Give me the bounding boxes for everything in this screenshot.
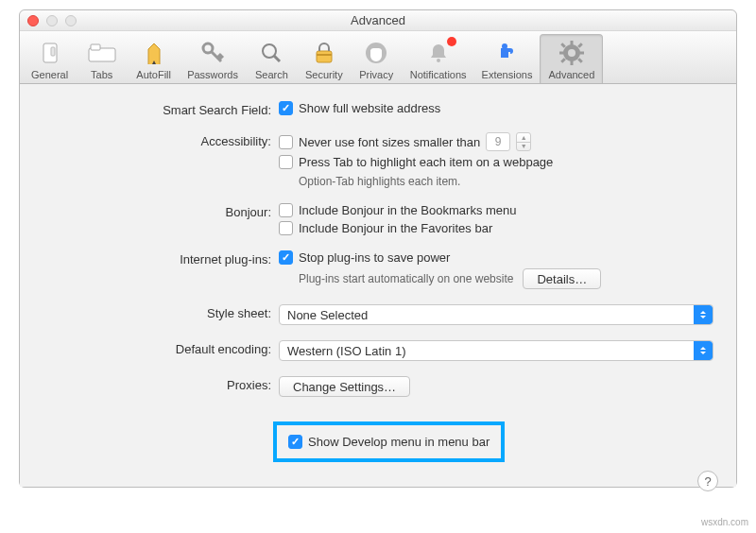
passwords-icon	[197, 39, 229, 67]
label-smart-search: Smart Search Field:	[43, 101, 279, 117]
tab-tabs[interactable]: Tabs	[76, 34, 128, 83]
encoding-value: Western (ISO Latin 1)	[287, 344, 405, 358]
tab-security[interactable]: Security	[298, 34, 351, 83]
option-bonjour-favorites: Include Bonjour in the Favorites bar	[299, 221, 492, 235]
svg-rect-18	[560, 43, 566, 48]
tab-advanced[interactable]: Advanced	[540, 34, 603, 83]
tab-label: Advanced	[548, 69, 594, 80]
font-size-field[interactable]: 9	[486, 132, 510, 151]
font-size-stepper[interactable]: ▲▼	[516, 132, 531, 151]
tab-notifications[interactable]: Notifications	[403, 34, 474, 83]
tab-label: Tabs	[91, 69, 112, 80]
label-proxies: Proxies:	[43, 376, 279, 392]
notification-badge	[447, 37, 456, 46]
label-bonjour: Bonjour:	[43, 203, 279, 219]
help-button[interactable]: ?	[697, 471, 718, 491]
change-settings-button[interactable]: Change Settings…	[279, 376, 410, 397]
window-title: Advanced	[20, 13, 736, 27]
tab-label: Notifications	[410, 69, 467, 80]
preferences-window: Advanced General Tabs AutoFill Passwords	[19, 9, 737, 488]
dropdown-arrows-icon	[694, 305, 713, 324]
option-develop-menu: Show Develop menu in menu bar	[308, 435, 490, 449]
option-bonjour-bookmarks: Include Bonjour in the Bookmarks menu	[299, 203, 517, 217]
checkbox-tab-highlight[interactable]	[279, 155, 293, 169]
label-encoding: Default encoding:	[43, 340, 279, 356]
style-sheet-value: None Selected	[287, 308, 368, 322]
row-proxies: Proxies: Change Settings…	[43, 376, 713, 397]
svg-rect-8	[317, 54, 332, 56]
minimize-window-button[interactable]	[46, 15, 58, 26]
row-plugins: Internet plug-ins: Stop plug-ins to save…	[43, 250, 713, 289]
row-bonjour: Bonjour: Include Bonjour in the Bookmark…	[43, 203, 713, 235]
row-style-sheet: Style sheet: None Selected	[43, 304, 713, 325]
tab-passwords[interactable]: Passwords	[180, 34, 246, 83]
content-area: Smart Search Field: Show full website ad…	[20, 84, 736, 487]
option-min-font-size: Never use font sizes smaller than	[299, 135, 480, 149]
svg-rect-15	[570, 60, 573, 65]
tab-label: Search	[255, 69, 288, 80]
gear-icon	[556, 39, 588, 67]
dropdown-arrows-icon	[694, 341, 713, 360]
tab-label: Passwords	[187, 69, 238, 80]
tab-privacy[interactable]: Privacy	[351, 34, 403, 83]
tab-search[interactable]: Search	[246, 34, 298, 83]
encoding-select[interactable]: Western (ISO Latin 1)	[279, 340, 713, 361]
extensions-icon	[491, 39, 524, 67]
toolbar: General Tabs AutoFill Passwords Search	[20, 31, 736, 84]
svg-rect-7	[317, 51, 332, 62]
plugins-details-button[interactable]: Details…	[523, 268, 601, 289]
row-smart-search: Smart Search Field: Show full website ad…	[43, 101, 713, 117]
hint-plugins: Plug-ins start automatically on one webs…	[299, 272, 513, 285]
security-icon	[308, 39, 340, 67]
titlebar: Advanced	[20, 10, 736, 31]
close-window-button[interactable]	[27, 15, 39, 26]
svg-rect-16	[559, 52, 564, 55]
svg-rect-1	[51, 47, 55, 56]
svg-point-5	[263, 44, 276, 58]
zoom-window-button[interactable]	[65, 15, 77, 26]
search-icon	[255, 39, 287, 67]
tab-extensions[interactable]: Extensions	[474, 34, 541, 83]
checkbox-bonjour-favorites[interactable]	[279, 221, 293, 235]
svg-rect-20	[560, 58, 566, 63]
tab-label: General	[31, 69, 68, 80]
svg-point-13	[568, 49, 576, 57]
svg-point-10	[437, 59, 440, 62]
tab-general[interactable]: General	[24, 34, 76, 83]
svg-rect-19	[577, 58, 583, 63]
option-show-full-address: Show full website address	[299, 101, 440, 115]
svg-rect-14	[570, 41, 573, 45]
checkbox-min-font-size[interactable]	[279, 135, 293, 149]
window-controls	[27, 15, 77, 26]
svg-rect-17	[579, 52, 584, 55]
checkbox-stop-plugins[interactable]	[279, 250, 293, 265]
hint-option-tab: Option-Tab highlights each item.	[299, 175, 713, 188]
watermark: wsxdn.com	[701, 517, 748, 527]
general-icon	[34, 39, 66, 67]
checkbox-bonjour-bookmarks[interactable]	[279, 203, 293, 217]
svg-rect-3	[91, 44, 100, 50]
row-encoding: Default encoding: Western (ISO Latin 1)	[43, 340, 713, 361]
tab-label: AutoFill	[136, 69, 171, 80]
privacy-icon	[360, 39, 392, 67]
develop-menu-highlight: Show Develop menu in menu bar	[273, 421, 505, 462]
svg-rect-21	[577, 43, 583, 48]
autofill-icon	[138, 39, 170, 67]
row-accessibility: Accessibility: Never use font sizes smal…	[43, 132, 713, 188]
svg-point-11	[502, 43, 507, 49]
tabs-icon	[86, 39, 118, 67]
tab-label: Security	[305, 69, 343, 80]
checkbox-show-full-address[interactable]	[279, 101, 293, 115]
tab-label: Privacy	[359, 69, 393, 80]
svg-line-6	[274, 56, 280, 61]
tab-autofill[interactable]: AutoFill	[128, 34, 180, 83]
notifications-icon	[422, 39, 455, 67]
label-accessibility: Accessibility:	[43, 132, 279, 148]
label-plugins: Internet plug-ins:	[43, 250, 279, 266]
tab-label: Extensions	[482, 69, 533, 80]
style-sheet-select[interactable]: None Selected	[279, 304, 713, 325]
option-stop-plugins: Stop plug-ins to save power	[299, 250, 450, 265]
checkbox-develop-menu[interactable]	[288, 435, 302, 449]
label-style-sheet: Style sheet:	[43, 304, 279, 320]
option-tab-highlight: Press Tab to highlight each item on a we…	[299, 155, 553, 169]
